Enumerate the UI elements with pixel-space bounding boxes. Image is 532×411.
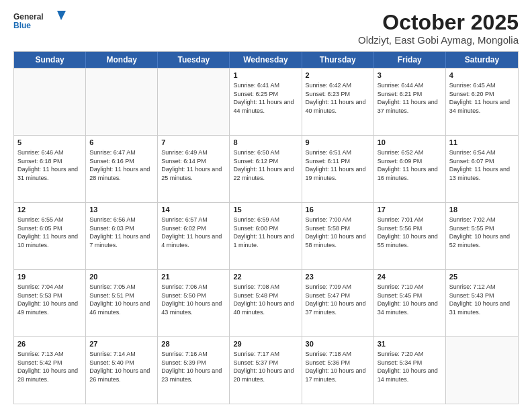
header-day-monday: Monday <box>86 52 158 68</box>
calendar-cell: 26Sunrise: 7:13 AMSunset: 5:42 PMDayligh… <box>14 337 86 404</box>
day-number: 25 <box>449 272 515 282</box>
cell-info: Sunrise: 7:02 AMSunset: 5:55 PMDaylight:… <box>449 216 515 249</box>
calendar-cell: 25Sunrise: 7:12 AMSunset: 5:43 PMDayligh… <box>446 270 518 336</box>
day-number: 22 <box>233 272 298 282</box>
day-number: 27 <box>89 339 154 349</box>
calendar-row-1: 5Sunrise: 6:46 AMSunset: 6:18 PMDaylight… <box>14 135 518 202</box>
cell-info: Sunrise: 7:17 AMSunset: 5:37 PMDaylight:… <box>233 350 298 383</box>
calendar-cell: 13Sunrise: 6:56 AMSunset: 6:03 PMDayligh… <box>86 203 158 269</box>
day-number: 3 <box>378 71 442 81</box>
day-number: 19 <box>17 272 82 282</box>
cell-info: Sunrise: 6:56 AMSunset: 6:03 PMDaylight:… <box>89 216 154 249</box>
calendar-cell: 14Sunrise: 6:57 AMSunset: 6:02 PMDayligh… <box>158 203 230 269</box>
calendar-cell <box>446 337 518 404</box>
calendar-cell: 4Sunrise: 6:45 AMSunset: 6:20 PMDaylight… <box>446 68 518 135</box>
calendar-page: General Blue October 2025 Oldziyt, East … <box>0 0 532 411</box>
calendar-row-3: 19Sunrise: 7:04 AMSunset: 5:53 PMDayligh… <box>14 269 518 336</box>
cell-info: Sunrise: 6:57 AMSunset: 6:02 PMDaylight:… <box>161 216 226 249</box>
cell-info: Sunrise: 6:45 AMSunset: 6:20 PMDaylight:… <box>449 81 515 115</box>
calendar-cell: 17Sunrise: 7:01 AMSunset: 5:56 PMDayligh… <box>374 203 446 269</box>
cell-info: Sunrise: 6:46 AMSunset: 6:18 PMDaylight:… <box>17 148 82 182</box>
cell-info: Sunrise: 7:08 AMSunset: 5:48 PMDaylight:… <box>233 283 298 316</box>
calendar-cell: 1Sunrise: 6:41 AMSunset: 6:25 PMDaylight… <box>230 68 302 135</box>
day-number: 2 <box>306 71 370 81</box>
day-number: 8 <box>233 138 298 148</box>
cell-info: Sunrise: 6:55 AMSunset: 6:05 PMDaylight:… <box>17 216 82 249</box>
calendar-row-0: 1Sunrise: 6:41 AMSunset: 6:25 PMDaylight… <box>14 68 518 135</box>
day-number: 18 <box>449 205 515 215</box>
calendar-cell: 10Sunrise: 6:52 AMSunset: 6:09 PMDayligh… <box>374 136 446 202</box>
cell-info: Sunrise: 7:09 AMSunset: 5:47 PMDaylight:… <box>306 283 370 316</box>
day-number: 23 <box>306 272 370 282</box>
calendar-cell: 5Sunrise: 6:46 AMSunset: 6:18 PMDaylight… <box>14 136 86 202</box>
calendar-cell: 21Sunrise: 7:06 AMSunset: 5:50 PMDayligh… <box>158 270 230 336</box>
day-number: 20 <box>89 272 154 282</box>
day-number: 15 <box>233 205 298 215</box>
calendar-cell <box>86 68 158 135</box>
calendar-cell: 23Sunrise: 7:09 AMSunset: 5:47 PMDayligh… <box>302 270 374 336</box>
cell-info: Sunrise: 6:54 AMSunset: 6:07 PMDaylight:… <box>449 148 515 182</box>
cell-info: Sunrise: 7:06 AMSunset: 5:50 PMDaylight:… <box>161 283 226 316</box>
calendar-cell: 30Sunrise: 7:18 AMSunset: 5:36 PMDayligh… <box>302 337 374 404</box>
svg-text:General: General <box>13 12 44 21</box>
day-number: 21 <box>161 272 226 282</box>
calendar-body: 1Sunrise: 6:41 AMSunset: 6:25 PMDaylight… <box>14 68 518 404</box>
cell-info: Sunrise: 7:05 AMSunset: 5:51 PMDaylight:… <box>89 283 154 316</box>
day-number: 13 <box>89 205 154 215</box>
day-number: 12 <box>17 205 82 215</box>
day-number: 26 <box>17 339 82 349</box>
cell-info: Sunrise: 6:49 AMSunset: 6:14 PMDaylight:… <box>161 148 226 182</box>
cell-info: Sunrise: 7:20 AMSunset: 5:34 PMDaylight:… <box>378 350 442 383</box>
calendar-cell: 31Sunrise: 7:20 AMSunset: 5:34 PMDayligh… <box>374 337 446 404</box>
calendar-cell: 28Sunrise: 7:16 AMSunset: 5:39 PMDayligh… <box>158 337 230 404</box>
cell-info: Sunrise: 6:59 AMSunset: 6:00 PMDaylight:… <box>233 216 298 249</box>
calendar-cell: 11Sunrise: 6:54 AMSunset: 6:07 PMDayligh… <box>446 136 518 202</box>
calendar-cell: 19Sunrise: 7:04 AMSunset: 5:53 PMDayligh… <box>14 270 86 336</box>
cell-info: Sunrise: 7:13 AMSunset: 5:42 PMDaylight:… <box>17 350 82 383</box>
cell-info: Sunrise: 7:04 AMSunset: 5:53 PMDaylight:… <box>17 283 82 316</box>
calendar-cell: 22Sunrise: 7:08 AMSunset: 5:48 PMDayligh… <box>230 270 302 336</box>
calendar-grid: SundayMondayTuesdayWednesdayThursdayFrid… <box>13 51 519 404</box>
header-day-thursday: Thursday <box>302 52 374 68</box>
svg-text:Blue: Blue <box>13 21 31 30</box>
header-day-wednesday: Wednesday <box>230 52 302 68</box>
header-day-saturday: Saturday <box>446 52 518 68</box>
calendar-cell: 24Sunrise: 7:10 AMSunset: 5:45 PMDayligh… <box>374 270 446 336</box>
calendar-cell: 2Sunrise: 6:42 AMSunset: 6:23 PMDaylight… <box>302 68 374 135</box>
cell-info: Sunrise: 6:42 AMSunset: 6:23 PMDaylight:… <box>306 81 370 115</box>
day-number: 16 <box>306 205 370 215</box>
calendar-row-4: 26Sunrise: 7:13 AMSunset: 5:42 PMDayligh… <box>14 336 518 404</box>
day-number: 24 <box>378 272 442 282</box>
cell-info: Sunrise: 7:00 AMSunset: 5:58 PMDaylight:… <box>306 216 370 249</box>
calendar-cell: 16Sunrise: 7:00 AMSunset: 5:58 PMDayligh… <box>302 203 374 269</box>
day-number: 7 <box>161 138 226 148</box>
svg-marker-2 <box>57 11 66 20</box>
title-block: October 2025 Oldziyt, East Gobi Aymag, M… <box>358 11 519 46</box>
calendar-cell: 9Sunrise: 6:51 AMSunset: 6:11 PMDaylight… <box>302 136 374 202</box>
day-number: 31 <box>378 339 442 349</box>
location-subtitle: Oldziyt, East Gobi Aymag, Mongolia <box>358 34 519 46</box>
header-day-tuesday: Tuesday <box>158 52 230 68</box>
cell-info: Sunrise: 6:41 AMSunset: 6:25 PMDaylight:… <box>233 81 298 115</box>
calendar-cell: 8Sunrise: 6:50 AMSunset: 6:12 PMDaylight… <box>230 136 302 202</box>
day-number: 17 <box>378 205 442 215</box>
logo-icon: General Blue <box>13 11 67 31</box>
header-day-sunday: Sunday <box>14 52 86 68</box>
month-title: October 2025 <box>358 11 519 34</box>
day-number: 10 <box>378 138 442 148</box>
logo: General Blue <box>13 11 67 31</box>
calendar-cell: 15Sunrise: 6:59 AMSunset: 6:00 PMDayligh… <box>230 203 302 269</box>
calendar-cell: 27Sunrise: 7:14 AMSunset: 5:40 PMDayligh… <box>86 337 158 404</box>
cell-info: Sunrise: 7:01 AMSunset: 5:56 PMDaylight:… <box>378 216 442 249</box>
calendar-header: SundayMondayTuesdayWednesdayThursdayFrid… <box>14 52 518 68</box>
day-number: 28 <box>161 339 226 349</box>
cell-info: Sunrise: 7:14 AMSunset: 5:40 PMDaylight:… <box>89 350 154 383</box>
day-number: 11 <box>449 138 515 148</box>
cell-info: Sunrise: 7:10 AMSunset: 5:45 PMDaylight:… <box>378 283 442 316</box>
calendar-cell: 3Sunrise: 6:44 AMSunset: 6:21 PMDaylight… <box>374 68 446 135</box>
day-number: 29 <box>233 339 298 349</box>
cell-info: Sunrise: 7:18 AMSunset: 5:36 PMDaylight:… <box>306 350 370 383</box>
cell-info: Sunrise: 7:12 AMSunset: 5:43 PMDaylight:… <box>449 283 515 316</box>
cell-info: Sunrise: 6:50 AMSunset: 6:12 PMDaylight:… <box>233 148 298 182</box>
calendar-cell <box>14 68 86 135</box>
